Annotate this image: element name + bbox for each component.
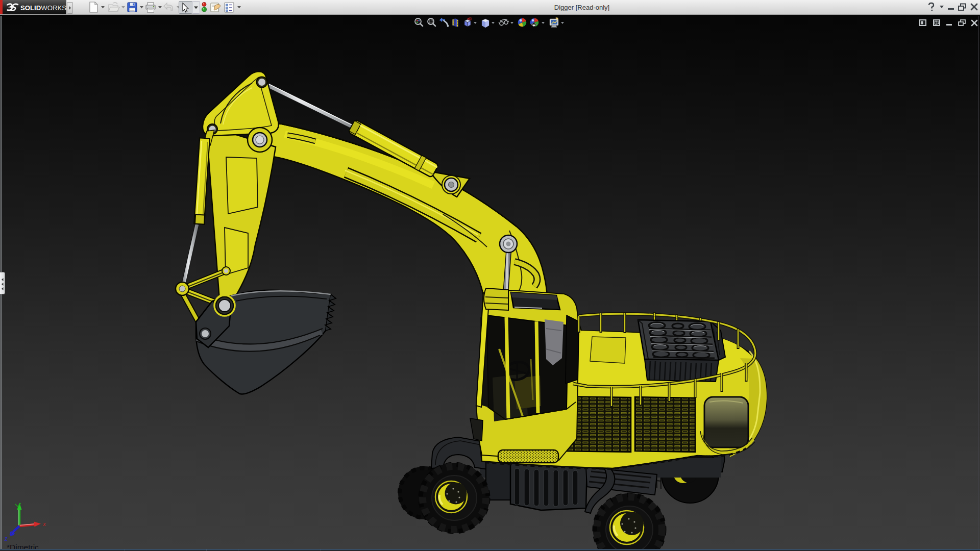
- svg-text:z: z: [4, 535, 8, 542]
- svg-text:SOLIDWORKS: SOLIDWORKS: [20, 4, 66, 12]
- svg-text:x: x: [42, 520, 46, 528]
